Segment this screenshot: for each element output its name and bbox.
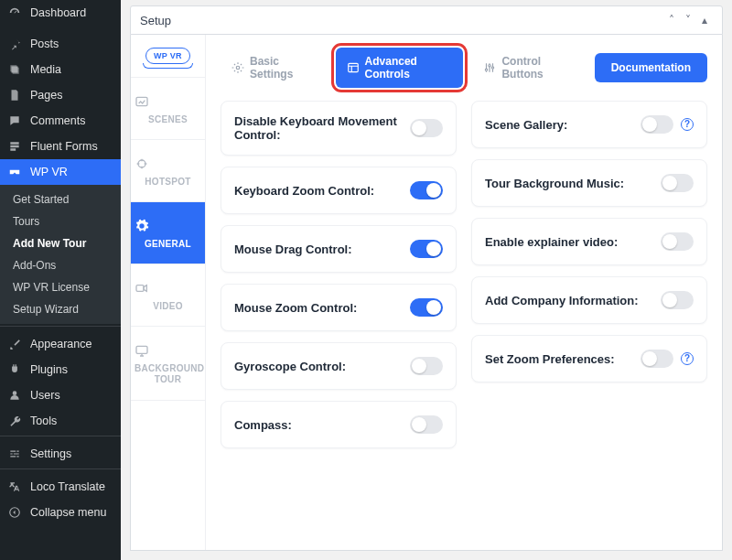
svg-rect-1 xyxy=(136,97,147,105)
nav-settings[interactable]: Settings xyxy=(0,441,121,467)
nav-label: Posts xyxy=(30,38,59,50)
nav-label: WP VR xyxy=(30,166,68,178)
setting-row: Gyroscope Control: xyxy=(221,342,457,390)
nav-appearance[interactable]: Appearance xyxy=(0,331,121,357)
vtab-video[interactable]: VIDEO xyxy=(131,264,205,327)
svg-point-5 xyxy=(236,66,240,70)
wpvr-submenu: Get Started Tours Add New Tour Add-Ons W… xyxy=(0,185,121,324)
tab-basic-settings[interactable]: Basic Settings xyxy=(221,48,327,88)
nav-wpvr[interactable]: WP VR xyxy=(0,159,121,185)
gear-outline-icon xyxy=(231,61,244,74)
setting-label: Enable explainer video: xyxy=(485,235,618,249)
nav-comments[interactable]: Comments xyxy=(0,108,121,134)
nav-loco[interactable]: Loco Translate xyxy=(0,474,121,500)
setting-label: Tour Background Music: xyxy=(485,177,624,190)
svg-rect-6 xyxy=(348,63,358,71)
setting-row: Compass: xyxy=(221,401,457,448)
nav-dashboard[interactable]: Dashboard xyxy=(0,0,121,26)
wp-admin-sidebar: Dashboard Posts Media Pages Comments Flu… xyxy=(0,0,121,560)
plug-icon xyxy=(8,363,23,376)
main-area: Setup ˄ ˅ ▴ WP VR SCENES xyxy=(121,0,732,560)
setup-metabox-header: Setup ˄ ˅ ▴ xyxy=(130,5,723,35)
nav-tools[interactable]: Tools xyxy=(0,408,121,434)
options-icon xyxy=(8,447,23,460)
page-icon xyxy=(8,89,23,102)
nav-fluent-forms[interactable]: Fluent Forms xyxy=(0,134,121,159)
nav-label: Media xyxy=(30,63,61,76)
toggle-switch[interactable] xyxy=(410,357,443,375)
toggle-switch[interactable] xyxy=(410,119,443,137)
nav-media[interactable]: Media xyxy=(0,57,121,82)
toggle-switch[interactable] xyxy=(661,174,694,192)
sub-license[interactable]: WP VR License xyxy=(0,276,121,298)
toggle-switch[interactable] xyxy=(410,298,443,317)
sub-add-ons[interactable]: Add-Ons xyxy=(0,254,121,276)
vtab-background-tour[interactable]: BACKGROUND TOUR xyxy=(131,327,205,401)
comment-icon xyxy=(8,114,23,127)
wpvr-badge: WP VR xyxy=(145,48,190,64)
settings-left-column: Disable Keyboard Movement Control:Keyboa… xyxy=(221,101,457,448)
svg-point-9 xyxy=(492,67,494,69)
sub-get-started[interactable]: Get Started xyxy=(0,188,121,210)
media-icon xyxy=(8,63,23,76)
nav-posts[interactable]: Posts xyxy=(0,31,121,57)
toggle-switch[interactable] xyxy=(661,232,694,251)
vertical-tabs: WP VR SCENES HOTSPOT GENERA xyxy=(131,35,206,550)
setting-row: Mouse Drag Control: xyxy=(221,225,457,273)
documentation-button[interactable]: Documentation xyxy=(595,53,707,82)
nav-pages[interactable]: Pages xyxy=(0,82,121,108)
collapse-icon xyxy=(8,506,23,519)
video-icon xyxy=(135,281,201,296)
metabox-toggle-icon[interactable]: ▴ xyxy=(696,14,713,27)
setting-label: Scene Gallery: xyxy=(485,118,567,132)
setting-label: Mouse Drag Control: xyxy=(234,242,352,256)
svg-rect-4 xyxy=(136,346,147,353)
setting-label: Compass: xyxy=(234,418,292,432)
nav-collapse[interactable]: Collapse menu xyxy=(0,500,121,525)
vtab-hotspot[interactable]: HOTSPOT xyxy=(131,140,205,202)
toggle-switch[interactable] xyxy=(640,350,673,368)
nav-label: Settings xyxy=(30,447,71,460)
nav-label: Loco Translate xyxy=(30,480,105,493)
setting-row: Disable Keyboard Movement Control: xyxy=(221,101,457,156)
toggle-switch[interactable] xyxy=(661,291,694,309)
setting-row: Scene Gallery:? xyxy=(471,101,707,148)
svg-point-8 xyxy=(489,65,490,67)
setting-row: Mouse Zoom Control: xyxy=(221,284,457,331)
info-icon[interactable]: ? xyxy=(681,352,694,365)
target-icon xyxy=(135,156,201,171)
nav-label: Fluent Forms xyxy=(30,140,98,153)
metabox-down-icon[interactable]: ˅ xyxy=(680,14,696,27)
vtab-general[interactable]: GENERAL xyxy=(131,202,205,264)
top-tabs: Basic Settings Advanced Controls Control… xyxy=(221,48,707,88)
metabox-up-icon[interactable]: ˄ xyxy=(663,14,680,27)
toggle-switch[interactable] xyxy=(410,415,443,434)
translate-icon xyxy=(8,480,23,493)
sub-tours[interactable]: Tours xyxy=(0,210,121,232)
nav-label: Tools xyxy=(30,415,57,427)
vr-icon xyxy=(8,166,23,178)
setting-row: Add Company Information: xyxy=(471,276,707,324)
tab-advanced-controls[interactable]: Advanced Controls xyxy=(336,48,464,88)
general-content: Basic Settings Advanced Controls Control… xyxy=(206,35,722,550)
sub-add-new-tour[interactable]: Add New Tour xyxy=(0,232,121,254)
screen-icon xyxy=(135,343,201,358)
setting-label: Set Zoom Preferences: xyxy=(485,352,615,366)
setting-row: Keyboard Zoom Control: xyxy=(221,167,457,214)
nav-label: Appearance xyxy=(30,338,92,350)
toggle-switch[interactable] xyxy=(410,240,443,258)
toggle-switch[interactable] xyxy=(410,181,443,199)
pin-icon xyxy=(8,38,23,50)
vtab-scenes[interactable]: SCENES xyxy=(131,78,205,140)
nav-users[interactable]: Users xyxy=(0,382,121,408)
nav-label: Pages xyxy=(30,89,62,102)
setting-label: Add Company Information: xyxy=(485,294,639,307)
toggle-switch[interactable] xyxy=(640,115,673,134)
nav-label: Users xyxy=(30,389,60,402)
sub-setup-wizard[interactable]: Setup Wizard xyxy=(0,298,121,320)
tab-control-buttons[interactable]: Control Buttons xyxy=(472,48,585,88)
info-icon[interactable]: ? xyxy=(681,118,694,131)
nav-plugins[interactable]: Plugins xyxy=(0,357,121,382)
setting-label: Disable Keyboard Movement Control: xyxy=(234,114,410,142)
nav-label: Dashboard xyxy=(30,6,86,19)
